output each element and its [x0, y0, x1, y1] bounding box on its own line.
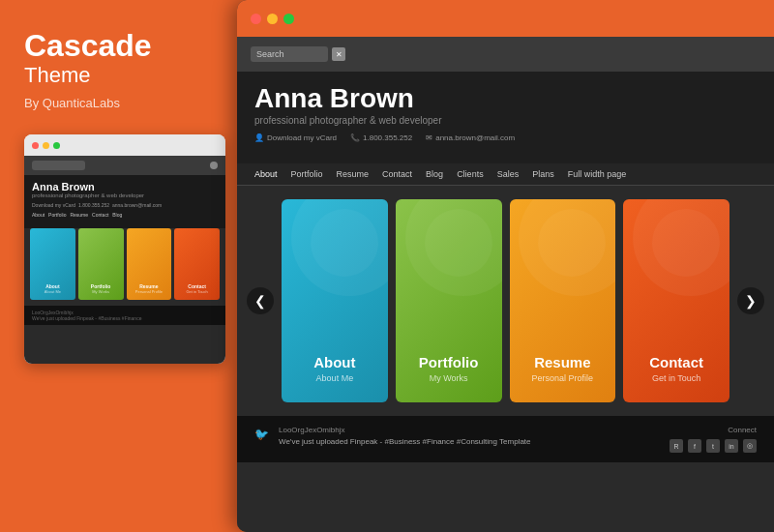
footer-icon-rss[interactable]: R: [670, 439, 683, 453]
footer-tweet: We've just uploaded Finpeak - #Business …: [279, 437, 660, 446]
small-card-resume-sub: Personal Profile: [135, 289, 163, 294]
cards-container: About About Me Portfolio My Works Resume…: [274, 199, 737, 402]
small-info-phone: 1.800.355.252: [78, 202, 109, 208]
main-browser-mockup: Search ✕ Anna Brown professional photogr…: [237, 0, 774, 532]
small-site-header: [24, 156, 225, 175]
site-search-box[interactable]: Search: [251, 46, 328, 62]
email-icon: ✉: [426, 133, 432, 142]
small-nav-contact: Contact: [92, 212, 108, 218]
small-footer: LooOrgJexOmibhjx We've just uploaded Fin…: [24, 306, 225, 325]
small-search-box: [32, 161, 85, 170]
footer-text-block: LooOrgJexOmibhjx We've just uploaded Fin…: [279, 426, 660, 446]
main-dot-yellow: [267, 14, 278, 24]
main-browser-content: Search ✕ Anna Brown professional photogr…: [237, 37, 774, 532]
footer-connect-label: Connect: [728, 426, 757, 434]
small-browser-content: Anna Brown professional photographer & w…: [24, 156, 225, 364]
site-tagline: professional photographer & web develope…: [254, 115, 757, 126]
small-info-email: anna.brown@mail.com: [112, 202, 162, 208]
card-contact-label: Contact: [649, 354, 703, 370]
small-footer-tweet: We've just uploaded Finpeak - #Business …: [32, 315, 218, 321]
site-hero: Anna Brown professional photographer & w…: [237, 72, 774, 163]
footer-right: Connect R f t in ◎: [670, 426, 757, 453]
left-panel: Cascade Theme By QuanticaLabs Anna Brown…: [0, 0, 237, 532]
site-contact-email: ✉ anna.brown@mail.com: [426, 133, 515, 142]
site-nav-portfolio[interactable]: Portfolio: [291, 169, 323, 179]
card-about-sublabel: About Me: [316, 373, 354, 383]
small-card-contact: Contact Get in Touch: [174, 228, 220, 300]
small-card-resume: Resume Personal Profile: [127, 228, 172, 300]
theme-title: Cascade: [24, 29, 213, 63]
small-site-tagline: professional photographer & web develope…: [32, 192, 218, 198]
footer-handle: LooOrgJexOmibhjx: [279, 426, 660, 434]
small-nav: About Portfolio Resume Contact Blog: [32, 212, 218, 218]
card-contact[interactable]: Contact Get in Touch: [623, 199, 729, 402]
small-nav-blog: Blog: [112, 212, 122, 218]
site-header: Search ✕: [237, 37, 774, 72]
phone-icon: 📞: [350, 133, 360, 142]
vcard-icon: 👤: [254, 133, 264, 142]
small-dot-red: [32, 142, 39, 149]
site-nav-sales[interactable]: Sales: [497, 169, 520, 179]
small-nav-portfolio: Portfolio: [48, 212, 66, 218]
card-about-label: About: [313, 354, 355, 370]
site-nav-clients[interactable]: Clients: [457, 169, 484, 179]
card-about[interactable]: About About Me: [282, 199, 388, 402]
site-nav-about[interactable]: About: [254, 169, 278, 179]
site-footer: 🐦 LooOrgJexOmibhjx We've just uploaded F…: [237, 416, 774, 462]
card-portfolio[interactable]: Portfolio My Works: [396, 199, 502, 402]
cards-area: ❮ About About Me Portfolio My Works: [237, 186, 774, 416]
card-resume[interactable]: Resume Personal Profile: [510, 199, 616, 402]
site-nav-resume[interactable]: Resume: [337, 169, 370, 179]
small-nav-resume: Resume: [70, 212, 88, 218]
card-contact-sublabel: Get in Touch: [652, 373, 700, 383]
small-card-portfolio-sub: My Works: [92, 289, 109, 294]
card-resume-sublabel: Personal Profile: [532, 373, 594, 383]
card-resume-circle2: [538, 209, 606, 277]
site-close-btn[interactable]: ✕: [332, 47, 345, 61]
theme-subtitle: Theme: [24, 63, 213, 88]
card-portfolio-sublabel: My Works: [430, 373, 468, 383]
phone-text: 1.800.355.252: [363, 133, 412, 142]
small-dot-green: [53, 142, 60, 149]
footer-icon-facebook[interactable]: f: [688, 439, 701, 453]
small-close-btn: [210, 162, 218, 169]
small-nav-about: About: [32, 212, 45, 218]
card-portfolio-label: Portfolio: [419, 354, 479, 370]
small-dot-yellow: [43, 142, 49, 149]
main-dot-red: [251, 14, 261, 24]
email-text: anna.brown@mail.com: [435, 133, 515, 142]
left-arrow[interactable]: ❮: [247, 287, 274, 314]
footer-icons: R f t in ◎: [670, 439, 757, 453]
site-contact-row: 👤 Download my vCard 📞 1.800.355.252 ✉ an…: [254, 133, 757, 142]
small-site-name: Anna Brown: [32, 181, 218, 192]
card-contact-circle2: [652, 209, 720, 277]
small-browser-mockup: Anna Brown professional photographer & w…: [24, 134, 225, 364]
small-card-about: About About Me: [30, 228, 75, 300]
small-card-about-sub: About Me: [45, 289, 61, 294]
site-name: Anna Brown: [254, 85, 757, 112]
footer-icon-linkedin[interactable]: in: [725, 439, 738, 453]
footer-icon-instagram[interactable]: ◎: [743, 439, 757, 453]
site-nav-plans[interactable]: Plans: [532, 169, 554, 179]
small-card-contact-sub: Get in Touch: [186, 289, 207, 294]
site-nav-contact[interactable]: Contact: [382, 169, 412, 179]
site-contact-phone: 📞 1.800.355.252: [350, 133, 412, 142]
small-info-vcard: Download my vCard: [32, 202, 75, 208]
card-resume-label: Resume: [534, 354, 590, 370]
site-nav-fullwidth[interactable]: Full width page: [568, 169, 627, 179]
site-nav-blog[interactable]: Blog: [426, 169, 443, 179]
right-arrow[interactable]: ❯: [737, 287, 764, 314]
main-browser-bar: [237, 0, 774, 37]
vcard-text: Download my vCard: [267, 133, 337, 142]
main-dot-green: [283, 14, 294, 24]
footer-icon-twitter[interactable]: t: [706, 439, 720, 453]
theme-by: By QuanticaLabs: [24, 96, 213, 110]
small-info-row: Download my vCard 1.800.355.252 anna.bro…: [32, 202, 218, 208]
card-portfolio-circle2: [425, 209, 492, 277]
site-contact-vcard: 👤 Download my vCard: [254, 133, 337, 142]
twitter-icon: 🐦: [254, 428, 269, 441]
site-nav: About Portfolio Resume Contact Blog Clie…: [237, 163, 774, 186]
small-browser-bar: [24, 134, 225, 156]
small-cards: About About Me Portfolio My Works Resume…: [24, 228, 225, 306]
small-hero: Anna Brown professional photographer & w…: [24, 175, 225, 228]
